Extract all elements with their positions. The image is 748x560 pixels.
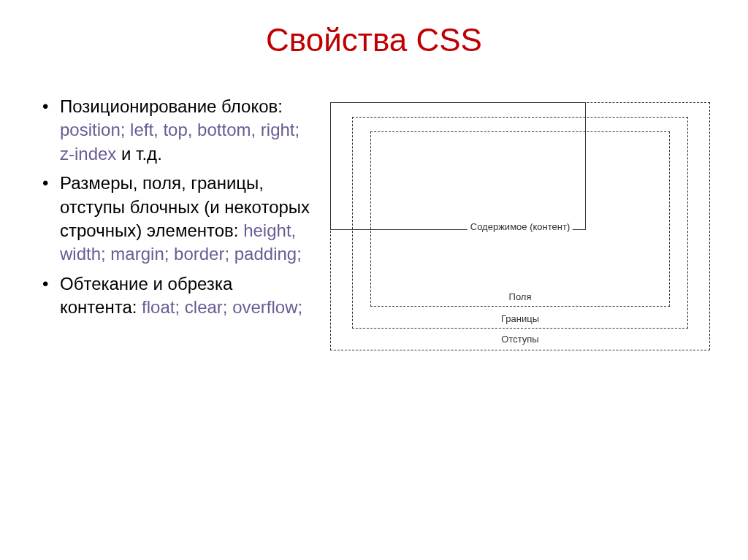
list-trail: и т.д. (121, 144, 162, 164)
border-label: Границы (498, 313, 542, 324)
page-title: Свойства CSS (37, 22, 711, 58)
padding-label: Поля (506, 291, 535, 302)
diagram-column: Отступы Границы Поля Содержимое (контент… (329, 95, 711, 350)
list-text: Позиционирование блоков: (60, 96, 283, 116)
content-area: Позиционирование блоков: position; left,… (37, 95, 711, 350)
list-item: Размеры, поля, границы, отступы блочных … (37, 172, 314, 266)
bullet-list-column: Позиционирование блоков: position; left,… (37, 95, 314, 350)
list-item: Обтекание и обрезка контента: float; cle… (37, 272, 314, 320)
list-item: Позиционирование блоков: position; left,… (37, 95, 314, 166)
margin-label: Отступы (498, 334, 541, 345)
content-label: Содержимое (контент) (468, 221, 573, 232)
list-keyword: float; clear; overflow; (142, 297, 302, 317)
bullet-list: Позиционирование блоков: position; left,… (37, 95, 314, 320)
list-keyword: position; left, top, bottom, right; z-in… (60, 120, 299, 163)
padding-box: Поля (370, 131, 670, 307)
box-model-diagram: Отступы Границы Поля Содержимое (контент… (330, 102, 710, 350)
